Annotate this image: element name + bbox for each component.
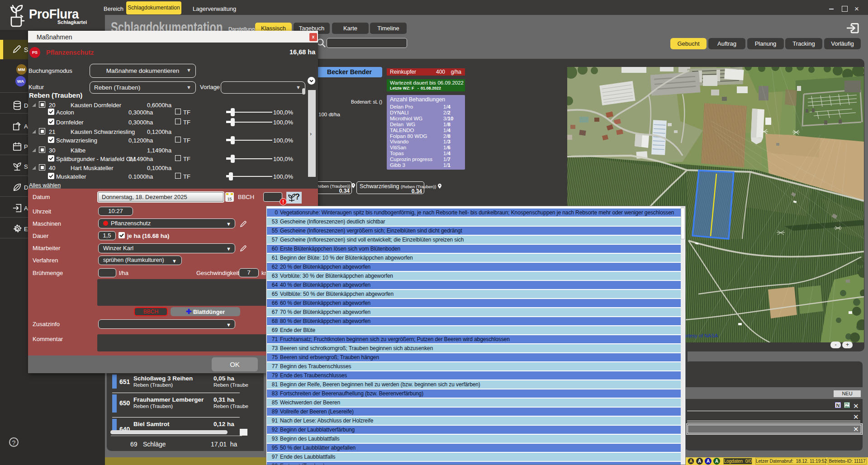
svg-text:ourtesy of NASA: ourtesy of NASA [681,333,718,338]
